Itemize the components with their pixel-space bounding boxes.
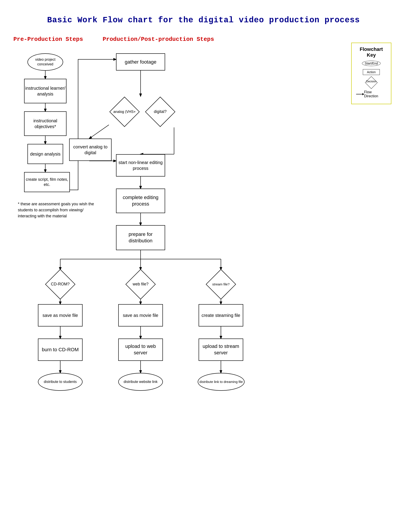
node-save-movie-cdrom: save as movie file bbox=[38, 304, 83, 327]
node-create-streaming: create steaming file bbox=[199, 304, 243, 327]
node-design-analysis: design analysis bbox=[27, 144, 63, 164]
node-convert-analog: convert analog to digital bbox=[69, 139, 112, 161]
production-header: Production/Post-production Steps bbox=[103, 36, 214, 43]
pre-production-header: Pre-Production Steps bbox=[13, 36, 83, 43]
node-distribute-website: distribute website link bbox=[118, 373, 163, 391]
key-action: Action bbox=[356, 69, 386, 76]
node-gather-footage: gather footage bbox=[116, 53, 165, 70]
node-create-script: create script, film notes, etc. bbox=[24, 172, 70, 192]
node-instructional-learner: instructional learner/ analysis bbox=[24, 79, 66, 103]
node-distribute-students: distribute to students bbox=[38, 373, 83, 391]
node-analog-decision: analog (VHS+ bbox=[109, 96, 140, 127]
node-complete-editing: complete editing process bbox=[116, 188, 165, 213]
node-web-decision: web file? bbox=[126, 270, 155, 299]
node-distribute-streaming: distribute link to dreaming file bbox=[198, 373, 244, 391]
key-title: Flowchart Key bbox=[356, 47, 386, 58]
node-upload-web: upload to web server bbox=[118, 338, 163, 361]
node-save-movie-web: save as movie file bbox=[118, 304, 163, 327]
flowchart-key: Flowchart Key Start/End Action Decision … bbox=[351, 43, 391, 104]
node-cdrom-decision: CD-ROM? bbox=[46, 270, 75, 299]
key-decision: Decision bbox=[356, 78, 386, 88]
node-upload-stream: upload to stream server bbox=[199, 338, 243, 361]
key-decision-shape: Decision bbox=[365, 78, 378, 87]
node-video-project: video project conceived bbox=[27, 53, 63, 71]
key-action-shape: Action bbox=[363, 69, 380, 75]
node-digital-decision: digital? bbox=[145, 96, 176, 127]
main-title: Basic Work Flow chart for the digital vi… bbox=[13, 16, 394, 25]
node-instructional-objectives: instructional objectives* bbox=[24, 111, 66, 136]
key-startend: Start/End bbox=[356, 61, 386, 67]
node-burn-cdrom: burn to CD-ROM bbox=[38, 338, 83, 361]
page: Basic Work Flow chart for the digital vi… bbox=[0, 0, 407, 532]
node-start-nonlinear: start non-linear editing process bbox=[116, 154, 165, 177]
note-text: * these are assessment goals you wish th… bbox=[18, 201, 103, 219]
node-prepare-distribution: prepare for distribution bbox=[116, 225, 165, 250]
flowchart-canvas: Flowchart Key Start/End Action Decision … bbox=[13, 45, 394, 525]
key-flow: Flow Direction bbox=[356, 90, 386, 98]
key-startend-shape: Start/End bbox=[362, 61, 381, 66]
key-flow-shape: Flow Direction bbox=[356, 90, 386, 98]
node-stream-decision: stream file? bbox=[206, 270, 235, 299]
